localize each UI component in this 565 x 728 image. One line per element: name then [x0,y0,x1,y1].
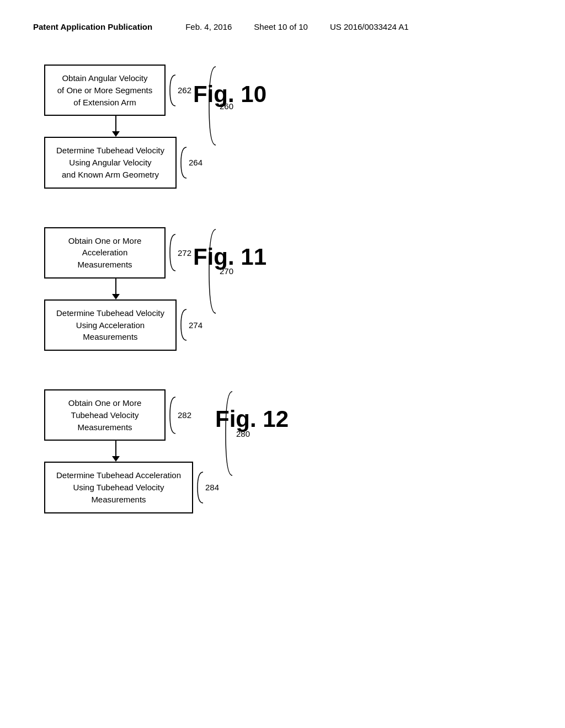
publication-label: Patent Application Publication [33,22,152,31]
figure-12-block: Obtain One or More Tubehead Velocity Mea… [44,389,521,513]
fig12-bracket1-inner [169,396,177,435]
fig12-label: Fig. 12 [215,406,289,432]
fig11-box2: Determine Tubehead Velocity Using Accele… [44,299,177,351]
fig12-bracket2-inner [196,471,204,504]
fig12-ref1: 282 [178,410,191,420]
fig11-box1: Obtain One or More Acceleration Measurem… [44,227,166,279]
fig10-box1: Obtain Angular Velocity of One or More S… [44,65,166,116]
header: Patent Application Publication Feb. 4, 2… [0,0,565,42]
fig12-outer-bracket [223,389,234,478]
figure-11-block: Obtain One or More Acceleration Measurem… [44,227,521,351]
fig12-ref2: 284 [205,483,219,492]
page: Patent Application Publication Feb. 4, 2… [0,0,565,728]
content-area: Obtain Angular Velocity of One or More S… [0,42,565,536]
fig10-ref2: 264 [189,158,202,167]
patent-label: US 2016/0033424 A1 [330,22,409,31]
fig10-bracket2-inner [180,146,188,179]
fig11-bracket1-inner [169,233,177,272]
date-label: Feb. 4, 2016 [185,22,232,31]
fig11-outer-bracket [207,227,218,315]
fig10-box2: Determine Tubehead Velocity Using Angula… [44,137,177,188]
fig12-box1: Obtain One or More Tubehead Velocity Mea… [44,389,166,441]
fig10-bracket1-inner [169,74,177,107]
fig11-ref2: 274 [189,320,202,330]
fig12-box2: Determine Tubehead Acceleration Using Tu… [44,462,193,513]
fig11-bracket2-inner [180,308,188,341]
fig11-label: Fig. 11 [193,244,266,270]
fig10-label: Fig. 10 [193,81,266,107]
figure-10-block: Obtain Angular Velocity of One or More S… [44,65,521,189]
sheet-label: Sheet 10 of 10 [254,22,308,31]
